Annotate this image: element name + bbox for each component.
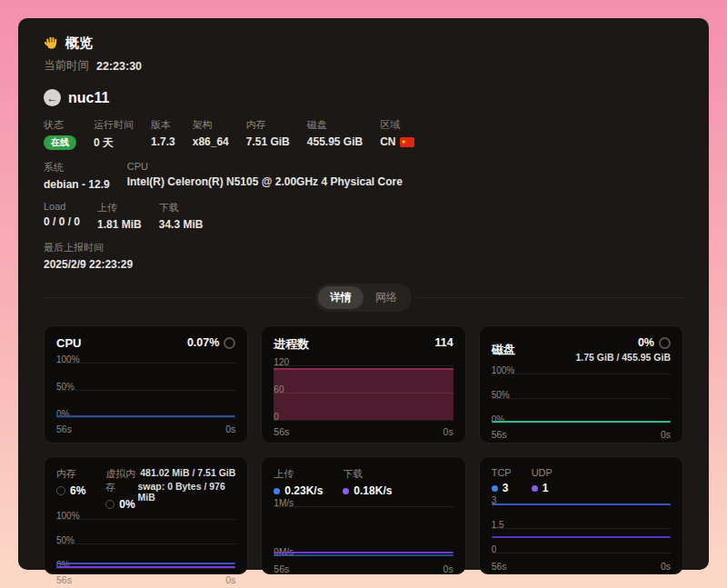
back-button[interactable]: ← xyxy=(44,89,61,106)
stat-disk: 磁盘 455.95 GiB xyxy=(307,118,363,151)
stats-row-1: 状态 在线 运行时间 0 天 版本 1.7.3 架构 x86_64 内存 7.5… xyxy=(44,118,683,151)
tcp-count: 3 xyxy=(503,482,509,494)
y-tick: 100% xyxy=(56,512,80,521)
disk-card: 磁盘 0% 1.75 GiB / 455.95 GiB 100% 50% 0% xyxy=(479,325,683,443)
udp-count: 1 xyxy=(543,482,549,494)
dashboard-panel: 概览 当前时间 22:23:30 ← nuc11 状态 在线 运行时间 0 天 … xyxy=(18,18,709,570)
stat-download-total: 下载 34.3 MiB xyxy=(159,201,204,231)
process-chart: 120 60 0 xyxy=(274,360,453,422)
stats-row-3: Load 0 / 0 / 0 上传 1.81 MiB 下载 34.3 MiB xyxy=(44,201,683,231)
stat-version: 版本 1.7.3 xyxy=(151,118,175,151)
gridline xyxy=(492,553,671,553)
x-axis: 56s 0s xyxy=(274,426,453,437)
x-axis: 56s 0s xyxy=(492,561,671,572)
x-axis: 56s 0s xyxy=(56,424,235,434)
cpu-card: CPU 0.07% 100% 50% 0% 56s 0s xyxy=(44,325,248,443)
swap-gauge-icon xyxy=(105,500,115,509)
y-tick: 120 xyxy=(274,358,289,367)
y-tick: 50% xyxy=(56,383,75,392)
x-axis: 56s 0s xyxy=(492,429,671,440)
swap-stat: 虚拟内存 0% xyxy=(105,467,137,511)
x-axis: 56s 0s xyxy=(274,563,453,574)
disk-usage-detail: 1.75 GiB / 455.95 GiB xyxy=(576,352,671,363)
metric-cards-grid: CPU 0.07% 100% 50% 0% 56s 0s xyxy=(44,325,683,574)
swap-series-line xyxy=(56,566,235,568)
process-card: 进程数 114 120 60 0 56s 0s xyxy=(261,325,465,443)
divider-right xyxy=(415,297,683,298)
stat-upload-total: 上传 1.81 MiB xyxy=(97,201,142,231)
network-chart: 1M/s 0M/s xyxy=(274,503,453,559)
page-title-text: 概览 xyxy=(65,35,93,52)
cpu-chart: 100% 50% 0% xyxy=(56,357,235,419)
stat-cpu-model: CPU Intel(R) Celeron(R) N5105 @ 2.00GHz … xyxy=(127,161,403,191)
udp-stat: UDP 1 xyxy=(532,467,553,494)
gridline xyxy=(492,423,671,424)
cpu-gauge-icon xyxy=(224,337,235,349)
y-tick: 0 xyxy=(274,413,279,422)
udp-series-line xyxy=(492,536,671,538)
current-time: 当前时间 22:23:30 xyxy=(44,58,683,74)
stats-row-4: 最后上报时间 2025/2/9 22:23:29 xyxy=(44,241,683,271)
upload-stat: 上传 0.23K/s xyxy=(274,467,323,497)
connections-chart: 3 1.5 0 xyxy=(492,500,671,556)
tcp-stat: TCP 3 xyxy=(492,467,512,494)
tab-detail[interactable]: 详情 xyxy=(318,286,364,309)
y-tick: 100% xyxy=(56,355,80,364)
gridline xyxy=(56,519,235,520)
memory-percent: 6% xyxy=(70,484,85,497)
server-stats: 状态 在线 运行时间 0 天 版本 1.7.3 架构 x86_64 内存 7.5… xyxy=(44,118,683,271)
y-tick: 0 xyxy=(492,545,497,554)
y-tick: 100% xyxy=(492,366,515,375)
tab-group: 详情 网络 xyxy=(315,284,412,312)
connections-card: TCP 3 UDP 1 3 1.5 0 xyxy=(479,456,683,574)
udp-dot-icon xyxy=(532,485,538,492)
y-tick: 0% xyxy=(56,410,69,419)
divider-left xyxy=(44,297,312,298)
disk-usage-value: 0% xyxy=(638,336,654,349)
memory-gauge-icon xyxy=(56,486,65,495)
memory-series-line xyxy=(56,563,235,564)
stat-load: Load 0 / 0 / 0 xyxy=(44,201,80,231)
gridline xyxy=(274,393,453,394)
download-speed: 0.18K/s xyxy=(354,484,392,497)
gridline xyxy=(56,363,235,364)
disk-series-line xyxy=(492,421,671,423)
process-series-line xyxy=(274,368,453,370)
gridline xyxy=(56,417,235,418)
swap-percent: 0% xyxy=(119,498,134,511)
cpu-series-line xyxy=(56,415,235,417)
disk-gauge-icon xyxy=(659,337,671,349)
stat-status: 状态 在线 xyxy=(44,118,76,151)
stat-memory: 内存 7.51 GiB xyxy=(246,118,290,151)
cpu-card-title: CPU xyxy=(56,336,81,350)
gridline xyxy=(56,543,235,544)
tab-network[interactable]: 网络 xyxy=(364,286,409,309)
upload-speed: 0.23K/s xyxy=(284,484,323,497)
swap-detail: swap: 0 Bytes / 976 MiB xyxy=(138,481,236,503)
wave-hand-icon xyxy=(44,35,59,51)
y-tick: 0% xyxy=(492,415,504,424)
gridline xyxy=(56,390,235,391)
tcp-series-line xyxy=(492,503,671,505)
memory-card: 内存 6% 虚拟内存 0% 481.02 MiB / 7.51 GiB swap… xyxy=(44,456,248,574)
stat-system: 系统 debian - 12.9 xyxy=(44,161,110,191)
process-area-fill xyxy=(274,368,453,420)
stats-row-2: 系统 debian - 12.9 CPU Intel(R) Celeron(R)… xyxy=(44,161,683,191)
stat-last-report: 最后上报时间 2025/2/9 22:23:29 xyxy=(44,241,133,271)
download-dot-icon xyxy=(343,488,349,494)
upload-dot-icon xyxy=(274,488,280,494)
y-tick: 60 xyxy=(274,385,284,394)
gridline xyxy=(274,506,453,507)
server-header: ← nuc11 xyxy=(44,89,683,106)
download-series-line xyxy=(274,552,453,553)
disk-card-title: 磁盘 xyxy=(492,342,515,358)
y-tick: 1.5 xyxy=(492,521,504,530)
gridline xyxy=(274,365,453,366)
download-stat: 下载 0.18K/s xyxy=(343,467,392,497)
tabs-row: 详情 网络 xyxy=(44,284,683,312)
gridline xyxy=(274,420,453,421)
network-card: 上传 0.23K/s 下载 0.18K/s 1M/s 0M/s 56 xyxy=(261,456,465,574)
page-title: 概览 xyxy=(44,35,683,52)
stat-arch: 架构 x86_64 xyxy=(193,118,229,151)
cn-flag-icon: ★ xyxy=(400,137,414,147)
